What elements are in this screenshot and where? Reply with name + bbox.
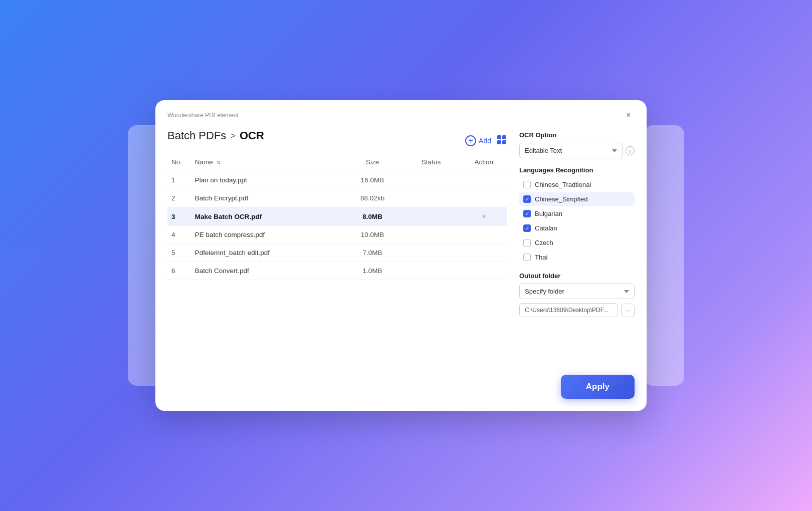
shadow-card-right [644,125,684,386]
lang-list: Chinese_TradtionalChinese_SimpfiedBulgar… [519,178,635,264]
col-header-status: Status [402,155,461,171]
cell-status [402,171,461,189]
col-header-size: Size [343,155,402,171]
toolbar: + Add [465,134,507,148]
svg-rect-0 [497,135,501,139]
left-panel: Batch PDFs > OCR + Add [167,129,507,358]
path-input[interactable]: C:\Users\13609\Desktop\PDF... [519,303,618,317]
cell-status [402,244,461,262]
cell-action [460,262,507,280]
lang-item[interactable]: Thai [519,250,635,264]
ocr-label: OCR [240,129,264,142]
lang-item[interactable]: Bulgarian [519,207,635,220]
page-heading: Batch PDFs > OCR [167,129,264,142]
lang-item[interactable]: Czech [519,236,635,249]
apply-button[interactable]: Apply [561,375,635,399]
lang-item[interactable]: Chinese_Simpfied [519,192,635,206]
lang-label: Chinese_Tradtional [535,181,591,188]
file-table: No. Name ⇅ Size Status Action 1Plan on t… [167,155,507,280]
cell-name: Batch Convert.pdf [191,262,343,280]
lang-checkbox[interactable] [523,253,531,261]
svg-rect-1 [502,135,506,139]
grid-icon-button[interactable] [496,134,507,148]
lang-label: Catalan [535,224,557,232]
svg-rect-3 [502,140,506,144]
cell-name: Plan on today.ppt [191,171,343,189]
dialog-footer: Apply [155,370,647,411]
cell-size: 1.0MB [343,262,402,280]
lang-label: Chinese_Simpfied [535,195,588,203]
right-panel: OCR Option Editable TextSearchable TextI… [519,129,635,358]
heading-arrow: > [230,131,236,141]
cell-name: Pdfelemnt_batch edit.pdf [191,244,343,262]
table-row[interactable]: 6Batch Convert.pdf1.0MB [167,262,507,280]
output-section: Outout folder Specify folderSame as sour… [519,272,635,317]
dialog-body: Batch PDFs > OCR + Add [155,121,647,370]
file-table-body: 1Plan on today.ppt16.0MB2Batch Encrypt.p… [167,171,507,280]
output-folder-label: Outout folder [519,272,635,280]
table-header-row: No. Name ⇅ Size Status Action [167,155,507,171]
cell-size: 7.0MB [343,244,402,262]
cell-name: Batch Encrypt.pdf [191,189,343,207]
ocr-option-label: OCR Option [519,131,635,139]
path-row: C:\Users\13609\Desktop\PDF... ··· [519,303,635,317]
col-header-action: Action [460,155,507,171]
cell-name: Make Batch OCR.pdf [191,207,343,226]
cell-size: 8.0MB [343,207,402,226]
lang-checkbox[interactable] [523,224,531,232]
batch-pdfs-label: Batch PDFs [167,129,226,142]
ocr-option-select[interactable]: Editable TextSearchable TextImage Only [519,143,623,158]
cell-action [460,171,507,189]
info-icon[interactable]: i [626,146,635,155]
lang-label: Thai [535,253,547,261]
cell-no: 1 [167,171,191,189]
lang-item[interactable]: Chinese_Tradtional [519,178,635,191]
lang-checkbox[interactable] [523,239,531,246]
cell-no: 4 [167,226,191,244]
lang-item[interactable]: Catalan [519,221,635,235]
sort-icon[interactable]: ⇅ [217,160,221,165]
cell-no: 2 [167,189,191,207]
cell-no: 3 [167,207,191,226]
svg-rect-2 [497,140,501,144]
cell-action [460,226,507,244]
cell-size: 88.02kb [343,189,402,207]
app-title: Wondershare PDFelement [167,112,239,119]
cell-no: 5 [167,244,191,262]
languages-section: Languages Recognition Chinese_Tradtional… [519,166,635,264]
heading-row: Batch PDFs > OCR + Add [167,129,507,152]
main-dialog: Wondershare PDFelement × Batch PDFs > OC… [155,100,647,411]
cell-name: PE batch compress.pdf [191,226,343,244]
cell-status [402,189,461,207]
cell-status [402,226,461,244]
lang-label: Bulgarian [535,210,562,217]
table-row[interactable]: 4PE batch compress.pdf10.0MB [167,226,507,244]
ocr-option-section: OCR Option Editable TextSearchable TextI… [519,131,635,158]
cell-status [402,262,461,280]
plus-icon: + [465,135,476,146]
col-header-name: Name ⇅ [191,155,343,171]
delete-button[interactable]: × [482,212,486,220]
cell-action [460,189,507,207]
lang-checkbox[interactable] [523,195,531,203]
ocr-option-select-wrapper: Editable TextSearchable TextImage Only i [519,143,635,158]
lang-checkbox[interactable] [523,210,531,217]
cell-action [460,244,507,262]
add-label: Add [479,137,491,145]
languages-label: Languages Recognition [519,166,635,174]
table-row[interactable]: 1Plan on today.ppt16.0MB [167,171,507,189]
add-button[interactable]: + Add [465,135,491,146]
cell-size: 10.0MB [343,226,402,244]
cell-size: 16.0MB [343,171,402,189]
table-row[interactable]: 5Pdfelemnt_batch edit.pdf7.0MB [167,244,507,262]
cell-action: × [460,207,507,226]
col-header-no: No. [167,155,191,171]
table-row[interactable]: 3Make Batch OCR.pdf8.0MB× [167,207,507,226]
table-row[interactable]: 2Batch Encrypt.pdf88.02kb [167,189,507,207]
close-button[interactable]: × [623,109,635,121]
lang-label: Czech [535,239,553,246]
cell-status [402,207,461,226]
lang-checkbox[interactable] [523,181,531,188]
output-folder-select[interactable]: Specify folderSame as sourceAsk every ti… [519,284,635,299]
ellipsis-button[interactable]: ··· [621,304,635,317]
